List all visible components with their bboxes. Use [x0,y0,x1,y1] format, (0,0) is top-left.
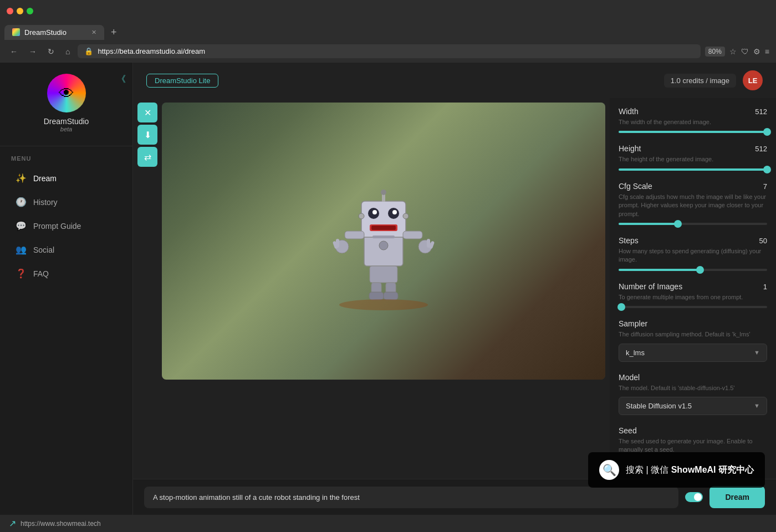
svg-point-4 [372,210,377,214]
forward-button[interactable]: → [25,45,40,58]
home-button[interactable]: ⌂ [62,45,73,58]
seed-label: Seed [619,426,637,435]
svg-rect-8 [382,194,385,202]
svg-rect-1 [361,201,406,237]
image-toolbar: ✕ ⬇ ⇄ [137,103,157,479]
sidebar-item-social-label: Social [33,245,54,254]
new-tab-button[interactable]: + [106,24,121,40]
tab-title: DreamStudio [24,28,67,37]
sidebar-item-social[interactable]: 👥 Social [4,239,128,260]
cfg-scale-desc: Cfg scale adjusts how much the image wil… [619,193,767,218]
settings-panel: Width 512 The width of the generated ima… [610,98,776,479]
tab-close-button[interactable]: ✕ [91,29,96,36]
sidebar-item-prompt-guide[interactable]: 💬 Prompt Guide [4,215,128,237]
address-bar[interactable]: 🔒 https://beta.dreamstudio.ai/dream [78,44,700,58]
steps-desc: How many steps to spend generating (diff… [619,247,767,264]
settings-icon[interactable]: ⚙ [753,47,760,56]
model-dropdown-arrow-icon: ▼ [754,402,760,409]
model-dropdown[interactable]: Stable Diffusion v1.5 ▼ [619,397,767,415]
user-avatar[interactable]: LE [743,70,763,90]
app-layout: 👁 DreamStudio beta 《 MENU ✨ Dream 🕐 Hist… [0,63,776,515]
svg-rect-22 [370,266,397,283]
logo-eye-icon: 👁 [59,84,74,103]
svg-rect-17 [336,239,339,248]
active-tab[interactable]: DreamStudio ✕ [4,25,104,40]
dream-button[interactable]: Dream [709,486,765,508]
back-button[interactable]: ← [7,45,21,58]
prompt-guide-icon: 💬 [16,221,27,231]
svg-point-27 [339,299,428,310]
cfg-scale-label: Cfg Scale [619,182,652,191]
sidebar-item-dream-label: Dream [33,174,57,183]
width-value: 512 [755,108,767,116]
svg-point-9 [381,190,386,195]
image-area: ✕ ⬇ ⇄ [133,98,610,479]
close-button[interactable] [7,8,13,14]
footer-url-text: https://www.showmeai.tech [21,520,101,528]
url-display: https://beta.dreamstudio.ai/dream [98,47,205,55]
svg-point-11 [403,213,409,219]
model-selected-value: Stable Diffusion v1.5 [626,402,692,410]
sampler-selected-value: k_lms [626,349,645,357]
sidebar-divider [0,146,132,146]
sidebar-item-dream[interactable]: ✨ Dream [4,167,128,189]
top-bar: DreamStudio Lite 1.0 credits / image LE [133,63,776,98]
sidebar-item-faq[interactable]: ❓ FAQ [4,263,128,284]
menu-icon[interactable]: ≡ [765,47,769,56]
wm-search-icon: 🔍 [599,460,619,480]
height-setting: Height 512 The height of the generated i… [619,144,767,170]
bookmark-icon[interactable]: ☆ [729,47,737,56]
minimize-button[interactable] [17,8,23,14]
zoom-level[interactable]: 80% [705,47,725,57]
sidebar: 👁 DreamStudio beta 《 MENU ✨ Dream 🕐 Hist… [0,63,133,515]
refresh-button[interactable]: ↻ [44,45,58,58]
sidebar-item-faq-label: FAQ [33,269,49,278]
image-placeholder [162,103,605,380]
cfg-scale-setting: Cfg Scale 7 Cfg scale adjusts how much t… [619,182,767,225]
logo-beta: beta [60,126,72,132]
traffic-lights [7,8,33,14]
num-images-label: Number of Images [619,282,682,291]
tab-favicon [12,28,20,36]
svg-rect-12 [345,231,364,239]
sampler-dropdown[interactable]: k_lms ▼ [619,344,767,362]
num-images-slider[interactable] [619,306,767,308]
browser-chrome: DreamStudio ✕ + ← → ↻ ⌂ 🔒 https://beta.d… [0,0,776,63]
robot-illustration [328,163,439,319]
svg-point-10 [359,213,364,219]
cfg-scale-slider[interactable] [619,223,767,225]
svg-rect-25 [369,292,384,300]
image-wrapper: ✕ ⬇ ⇄ [137,103,605,479]
dreamstudio-lite-badge: DreamStudio Lite [146,74,218,88]
svg-rect-20 [372,236,395,238]
tool-download-button[interactable]: ⬇ [137,125,157,145]
maximize-button[interactable] [27,8,33,14]
height-slider[interactable] [619,168,767,171]
tool-swap-button[interactable]: ⇄ [137,147,157,167]
dropdown-arrow-icon: ▼ [754,349,760,356]
sidebar-logo: 👁 DreamStudio beta 《 [0,63,132,141]
svg-point-21 [379,241,388,250]
prompt-toggle[interactable] [685,492,703,502]
tool-delete-button[interactable]: ✕ [137,103,157,122]
logo-image: 👁 [47,74,86,112]
sidebar-collapse-button[interactable]: 《 [117,74,126,85]
height-value: 512 [755,145,767,153]
model-label: Model [619,373,640,382]
shield-icon[interactable]: 🛡 [741,47,749,56]
content-area: ✕ ⬇ ⇄ [133,98,776,479]
social-icon: 👥 [16,244,27,255]
sidebar-item-history-label: History [33,198,58,207]
steps-label: Steps [619,236,639,245]
prompt-input[interactable] [144,487,678,508]
sidebar-item-history[interactable]: 🕐 History [4,191,128,213]
width-label: Width [619,107,639,116]
width-slider[interactable] [619,131,767,133]
sampler-setting: Sampler The diffusion sampling method. D… [619,319,767,361]
steps-value: 50 [759,237,767,245]
width-desc: The width of the generated image. [619,118,767,126]
svg-rect-26 [384,292,398,300]
steps-slider[interactable] [619,269,767,271]
sampler-label: Sampler [619,319,647,328]
browser-actions: ☆ 🛡 ⚙ ≡ [729,47,769,56]
